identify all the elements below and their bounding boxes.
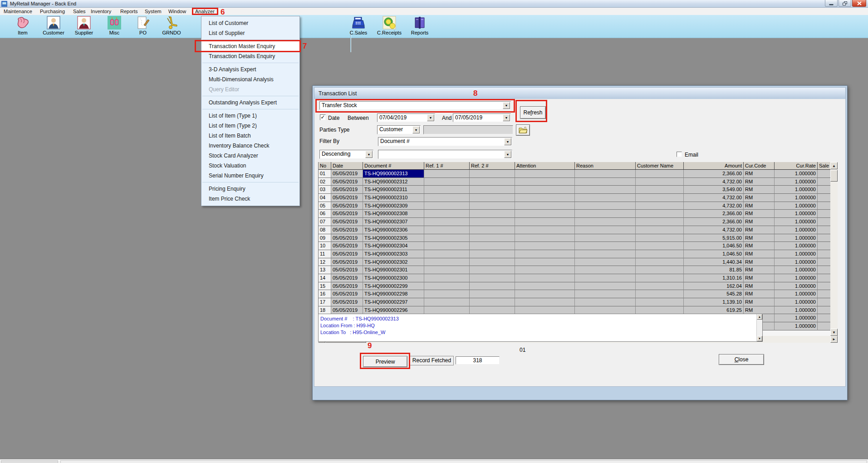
menu-item-3-d-analysis-expert[interactable]: 3-D Analysis Expert <box>201 64 299 74</box>
column-header-attention[interactable]: Attention <box>515 162 575 170</box>
cell-customer[interactable] <box>636 218 684 226</box>
cell-cur_rate[interactable]: 1.000000 <box>775 194 818 202</box>
cell-customer[interactable] <box>636 170 684 178</box>
cell-sale[interactable] <box>818 298 830 306</box>
cell-attention[interactable] <box>515 274 575 282</box>
column-header-amount[interactable]: Amount <box>684 162 744 170</box>
cell-ref2[interactable] <box>470 258 515 266</box>
chevron-down-icon[interactable]: ▼ <box>412 126 420 133</box>
menu-sales[interactable]: Sales <box>72 8 87 15</box>
cell-customer[interactable] <box>636 194 684 202</box>
cell-sale[interactable] <box>818 242 830 250</box>
cell-attention[interactable] <box>515 234 575 242</box>
cell-sale[interactable] <box>818 170 830 178</box>
column-header-ref1[interactable]: Ref. 1 # <box>424 162 470 170</box>
table-row[interactable]: 1505/05/2019TS-HQ9900002299162.04RM1.000… <box>319 282 830 291</box>
toolbar-button-csales[interactable]: C.Sales <box>346 16 371 37</box>
cell-doc[interactable]: TS-HQ9900002301 <box>363 266 424 274</box>
table-row[interactable]: 0505/05/2019TS-HQ99000023094,732.00RM1.0… <box>319 202 830 210</box>
cell-cur_code[interactable]: RM <box>744 258 775 266</box>
cell-reason[interactable] <box>575 186 636 194</box>
browse-parties-button[interactable] <box>516 124 530 136</box>
cell-no[interactable]: 10 <box>319 242 331 250</box>
table-row[interactable]: 0405/05/2019TS-HQ99000023104,732.00RM1.0… <box>319 194 830 202</box>
cell-cur_rate[interactable]: 1.000000 <box>775 234 818 242</box>
cell-cur_code[interactable]: RM <box>744 306 775 315</box>
cell-cur_rate[interactable]: 1.000000 <box>775 274 818 282</box>
cell-sale[interactable] <box>818 250 830 258</box>
cell-doc[interactable]: TS-HQ9900002307 <box>363 218 424 226</box>
cell-amount[interactable]: 545.28 <box>684 290 744 298</box>
sort-order-select[interactable]: Descending ▼ <box>319 150 373 159</box>
table-row[interactable]: 0305/05/2019TS-HQ99000023113,549.00RM1.0… <box>319 186 830 194</box>
column-header-customer[interactable]: Customer Name <box>636 162 684 170</box>
filter-value-select[interactable]: ▼ <box>378 150 512 159</box>
cell-reason[interactable] <box>575 226 636 234</box>
cell-ref2[interactable] <box>470 194 515 202</box>
table-row[interactable]: 1705/05/2019TS-HQ99000022971,139.10RM1.0… <box>319 298 830 306</box>
cell-doc[interactable]: TS-HQ9900002310 <box>363 194 424 202</box>
close-window-button[interactable] <box>852 0 866 7</box>
cell-reason[interactable] <box>575 250 636 258</box>
cell-customer[interactable] <box>636 250 684 258</box>
cell-amount[interactable]: 5,915.00 <box>684 234 744 242</box>
cell-doc[interactable]: TS-HQ9900002313 <box>363 170 424 178</box>
email-checkbox[interactable] <box>677 152 682 157</box>
cell-ref2[interactable] <box>470 282 515 291</box>
menu-analyzer[interactable]: Analyzer <box>194 8 216 15</box>
cell-amount[interactable]: 4,732.00 <box>684 202 744 210</box>
cell-cur_code[interactable]: RM <box>744 194 775 202</box>
menu-item-serial-number-enquiry[interactable]: Serial Number Enquiry <box>201 171 299 181</box>
cell-doc[interactable]: TS-HQ9900002303 <box>363 250 424 258</box>
cell-cur_rate[interactable]: 1.000000 <box>775 226 818 234</box>
cell-cur_code[interactable]: RM <box>744 186 775 194</box>
cell-customer[interactable] <box>636 178 684 186</box>
cell-cur_code[interactable]: RM <box>744 274 775 282</box>
parties-type-select[interactable]: Customer ▼ <box>377 125 421 134</box>
menu-item-list-of-item-batch[interactable]: List of Item Batch <box>201 131 299 141</box>
cell-attention[interactable] <box>515 258 575 266</box>
cell-ref2[interactable] <box>470 306 515 315</box>
table-row[interactable]: 1005/05/2019TS-HQ99000023041,046.50RM1.0… <box>319 242 830 250</box>
cell-date[interactable]: 05/05/2019 <box>331 178 363 186</box>
menu-item-stock-valuation[interactable]: Stock Valuation <box>201 161 299 171</box>
cell-cur_code[interactable]: RM <box>744 170 775 178</box>
cell-amount[interactable]: 2,366.00 <box>684 170 744 178</box>
chevron-down-icon[interactable]: ▼ <box>503 114 510 121</box>
chevron-down-icon[interactable]: ▼ <box>504 151 511 158</box>
cell-doc[interactable]: TS-HQ9900002306 <box>363 226 424 234</box>
cell-customer[interactable] <box>636 266 684 274</box>
cell-cur_code[interactable]: RM <box>744 234 775 242</box>
cell-reason[interactable] <box>575 234 636 242</box>
cell-no[interactable]: 03 <box>319 186 331 194</box>
cell-reason[interactable] <box>575 306 636 315</box>
cell-attention[interactable] <box>515 290 575 298</box>
cell-date[interactable]: 05/05/2019 <box>331 194 363 202</box>
document-type-select[interactable]: Transfer Stock ▼ <box>319 101 511 110</box>
refresh-button[interactable]: Refresh <box>520 106 546 119</box>
cell-sale[interactable] <box>818 274 830 282</box>
menu-maintenance[interactable]: Maintenance <box>3 8 33 15</box>
cell-amount[interactable]: 1,310.16 <box>684 274 744 282</box>
table-row[interactable]: 0205/05/2019TS-HQ99000023124,732.00RM1.0… <box>319 178 830 186</box>
toolbar-button-creceipts[interactable]: C.Receipts <box>377 16 402 37</box>
cell-date[interactable]: 05/05/2019 <box>331 186 363 194</box>
cell-cur_rate[interactable]: 1.000000 <box>775 250 818 258</box>
cell-cur_code[interactable]: RM <box>744 242 775 250</box>
cell-cur_rate[interactable]: 1.000000 <box>775 258 818 266</box>
cell-sale[interactable] <box>818 202 830 210</box>
menu-item-pricing-enquiry[interactable]: Pricing Enquiry <box>201 184 299 194</box>
cell-date[interactable]: 05/05/2019 <box>331 258 363 266</box>
cell-sale[interactable] <box>818 266 830 274</box>
cell-sale[interactable] <box>818 218 830 226</box>
cell-cur_code[interactable]: RM <box>744 298 775 306</box>
cell-reason[interactable] <box>575 202 636 210</box>
cell-ref1[interactable] <box>424 290 470 298</box>
menu-item-outstanding-analysis-expert[interactable]: Outstanding Analysis Expert <box>201 98 299 108</box>
cell-date[interactable]: 05/05/2019 <box>331 218 363 226</box>
cell-reason[interactable] <box>575 290 636 298</box>
menu-item-transaction-details-enquiry[interactable]: Transaction Details Enquiry <box>201 51 299 61</box>
cell-date[interactable]: 05/05/2019 <box>331 210 363 218</box>
menu-item-inventory-balance-check[interactable]: Inventory Balance Check <box>201 141 299 151</box>
cell-attention[interactable] <box>515 178 575 186</box>
